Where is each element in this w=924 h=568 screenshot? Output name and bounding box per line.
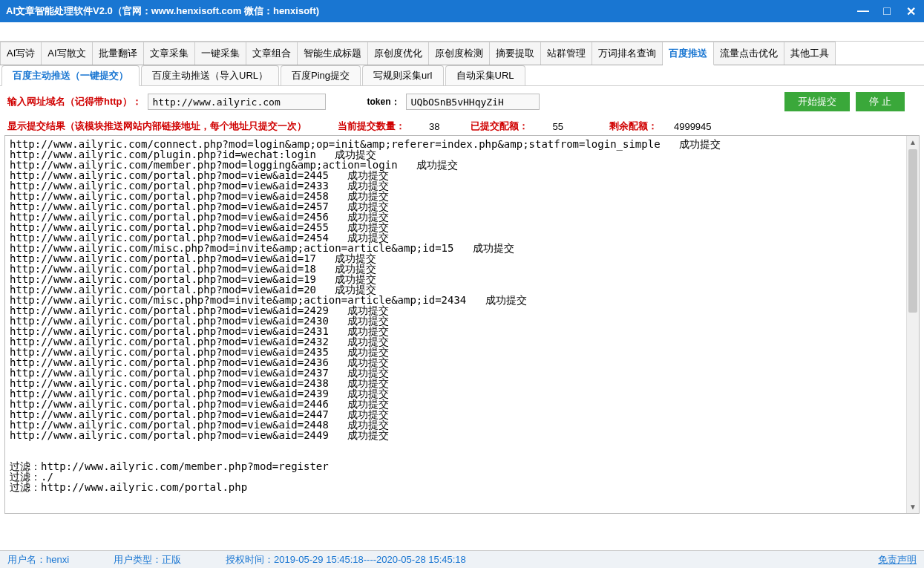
- maximize-icon[interactable]: □: [879, 4, 894, 19]
- log-line: http://www.ailyric.com/portal.php?mod=vi…: [10, 409, 901, 420]
- log-line: http://www.ailyric.com/portal.php?mod=vi…: [10, 336, 901, 347]
- log-line: 过滤：./: [10, 471, 901, 482]
- disclaimer-link[interactable]: 免责声明: [878, 553, 917, 567]
- main-tab-6[interactable]: 智能生成标题: [298, 42, 368, 65]
- current-count-label: 当前提交数量：: [338, 120, 405, 133]
- log-line: http://www.ailyric.com/portal.php?mod=vi…: [10, 388, 901, 399]
- log-line: http://www.ailyric.com/portal.php?mod=vi…: [10, 430, 901, 440]
- log-line: http://www.ailyric.com/portal.php?mod=vi…: [10, 420, 901, 430]
- window-title: AI文章智能处理软件V2.0（官网：www.henxisoft.com 微信：h…: [6, 4, 856, 18]
- main-tab-9[interactable]: 摘要提取: [490, 42, 541, 65]
- submitted-label: 已提交配额：: [471, 120, 528, 133]
- main-tab-4[interactable]: 一键采集: [195, 42, 246, 65]
- log-line: http://www.ailyric.com/portal.php?mod=vi…: [10, 170, 901, 180]
- token-input[interactable]: [406, 94, 540, 110]
- submitted-value: 55: [552, 121, 563, 132]
- log-line: http://www.ailyric.com/portal.php?mod=vi…: [10, 191, 901, 201]
- log-line: http://www.ailyric.com/portal.php?mod=vi…: [10, 274, 901, 284]
- remain-value: 4999945: [674, 121, 712, 132]
- sub-tabs: 百度主动推送（一键提交）百度主动推送（导入URL）百度Ping提交写规则采集ur…: [0, 65, 924, 86]
- close-icon[interactable]: ✕: [903, 4, 918, 19]
- sub-tab-2[interactable]: 百度Ping提交: [281, 65, 361, 85]
- scroll-thumb[interactable]: [908, 149, 917, 313]
- status-bar: 用户名： henxi 用户类型： 正版 授权时间： 2019-05-29 15:…: [0, 550, 924, 568]
- window-controls: — □ ✕: [856, 4, 918, 19]
- log-line: http://www.ailyric.com/portal.php?mod=vi…: [10, 212, 901, 222]
- titlebar: AI文章智能处理软件V2.0（官网：www.henxisoft.com 微信：h…: [0, 0, 924, 22]
- result-label: 显示提交结果（该模块推送网站内部链接地址，每个地址只提交一次）: [7, 120, 307, 133]
- log-line: http://www.ailyric.com/portal.php?mod=vi…: [10, 326, 901, 336]
- minimize-icon[interactable]: —: [856, 4, 871, 19]
- main-tabs: AI写诗AI写散文批量翻译文章采集一键采集文章组合智能生成标题原创度优化原创度检…: [0, 42, 924, 65]
- log-line: http://www.ailyric.com/portal.php?mod=vi…: [10, 180, 901, 191]
- token-label: token：: [367, 96, 400, 108]
- input-row: 输入网址域名（记得带http）： token： 开始提交 停 止: [0, 86, 924, 117]
- result-header: 显示提交结果（该模块推送网站内部链接地址，每个地址只提交一次） 当前提交数量： …: [0, 117, 924, 135]
- sub-tab-4[interactable]: 自动采集URL: [445, 65, 525, 85]
- log-area: http://www.ailyric.com/connect.php?mod=l…: [4, 135, 920, 514]
- main-tab-10[interactable]: 站群管理: [541, 42, 592, 65]
- main-tab-14[interactable]: 其他工具: [784, 42, 836, 65]
- auth-label: 授权时间：: [226, 553, 274, 567]
- log-line: http://www.ailyric.com/portal.php?mod=vi…: [10, 305, 901, 316]
- main-tab-12[interactable]: 百度推送: [663, 42, 714, 65]
- scroll-down-icon[interactable]: ▼: [907, 500, 919, 513]
- log-line: http://www.ailyric.com/portal.php?mod=vi…: [10, 232, 901, 243]
- log-line: http://www.ailyric.com/portal.php?mod=vi…: [10, 378, 901, 388]
- user-type-value: 正版: [162, 553, 181, 567]
- main-tab-5[interactable]: 文章组合: [246, 42, 298, 65]
- log-line: http://www.ailyric.com/member.php?mod=lo…: [10, 160, 901, 170]
- log-line: http://www.ailyric.com/portal.php?mod=vi…: [10, 399, 901, 409]
- main-tab-0[interactable]: AI写诗: [0, 42, 42, 65]
- sub-tab-1[interactable]: 百度主动推送（导入URL）: [141, 65, 279, 85]
- log-line: http://www.ailyric.com/portal.php?mod=vi…: [10, 253, 901, 264]
- auth-value: 2019-05-29 15:45:18----2020-05-28 15:45:…: [274, 554, 466, 565]
- current-count-value: 38: [429, 121, 439, 132]
- main-tab-7[interactable]: 原创度优化: [368, 42, 429, 65]
- remain-label: 剩余配额：: [609, 120, 658, 133]
- toolbar-spacer: [0, 22, 924, 42]
- main-tab-11[interactable]: 万词排名查询: [592, 42, 663, 65]
- main-tab-2[interactable]: 批量翻译: [93, 42, 144, 65]
- user-type-label: 用户类型：: [114, 553, 162, 567]
- start-button[interactable]: 开始提交: [784, 92, 850, 111]
- log-line: http://www.ailyric.com/misc.php?mod=invi…: [10, 295, 901, 305]
- main-tab-1[interactable]: AI写散文: [42, 42, 92, 65]
- sub-tab-0[interactable]: 百度主动推送（一键提交）: [1, 65, 140, 86]
- log-line: http://www.ailyric.com/portal.php?mod=vi…: [10, 347, 901, 357]
- domain-label: 输入网址域名（记得带http）：: [7, 95, 142, 108]
- log-line: http://www.ailyric.com/misc.php?mod=invi…: [10, 243, 901, 253]
- main-tab-13[interactable]: 流量点击优化: [714, 42, 784, 65]
- sub-tab-3[interactable]: 写规则采集url: [362, 65, 443, 85]
- log-line: http://www.ailyric.com/portal.php?mod=vi…: [10, 316, 901, 326]
- user-label: 用户名：: [7, 553, 46, 567]
- log-line: http://www.ailyric.com/plugin.php?id=wec…: [10, 149, 901, 160]
- log-line: http://www.ailyric.com/connect.php?mod=l…: [10, 139, 901, 149]
- domain-input[interactable]: [148, 94, 326, 110]
- log-line: http://www.ailyric.com/portal.php?mod=vi…: [10, 368, 901, 378]
- main-tab-3[interactable]: 文章采集: [144, 42, 195, 65]
- log-line: http://www.ailyric.com/portal.php?mod=vi…: [10, 357, 901, 368]
- log-line: [10, 440, 901, 451]
- log-line: http://www.ailyric.com/portal.php?mod=vi…: [10, 222, 901, 232]
- log-line: http://www.ailyric.com/portal.php?mod=vi…: [10, 264, 901, 274]
- stop-button[interactable]: 停 止: [856, 92, 905, 111]
- log-line: http://www.ailyric.com/portal.php?mod=vi…: [10, 284, 901, 295]
- log-content[interactable]: http://www.ailyric.com/connect.php?mod=l…: [5, 136, 905, 513]
- log-line: 过滤：http://www.ailyric.com/portal.php: [10, 482, 901, 492]
- main-tab-8[interactable]: 原创度检测: [429, 42, 490, 65]
- scroll-up-icon[interactable]: ▲: [907, 136, 919, 148]
- log-line: [10, 451, 901, 461]
- log-line: http://www.ailyric.com/portal.php?mod=vi…: [10, 201, 901, 212]
- log-line: 过滤：http://www.ailyric.com/member.php?mod…: [10, 461, 901, 471]
- scrollbar[interactable]: ▲ ▼: [906, 136, 919, 513]
- user-value: henxi: [46, 554, 69, 565]
